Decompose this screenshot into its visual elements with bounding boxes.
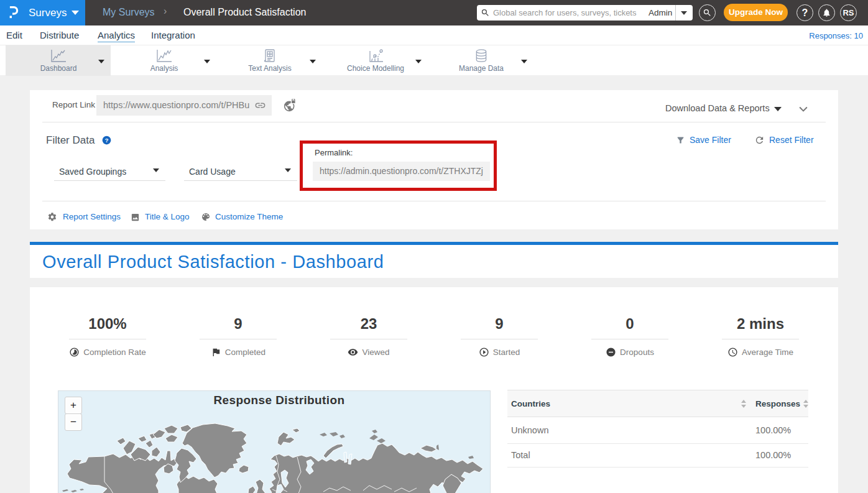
svg-text:?: ? <box>105 137 109 144</box>
